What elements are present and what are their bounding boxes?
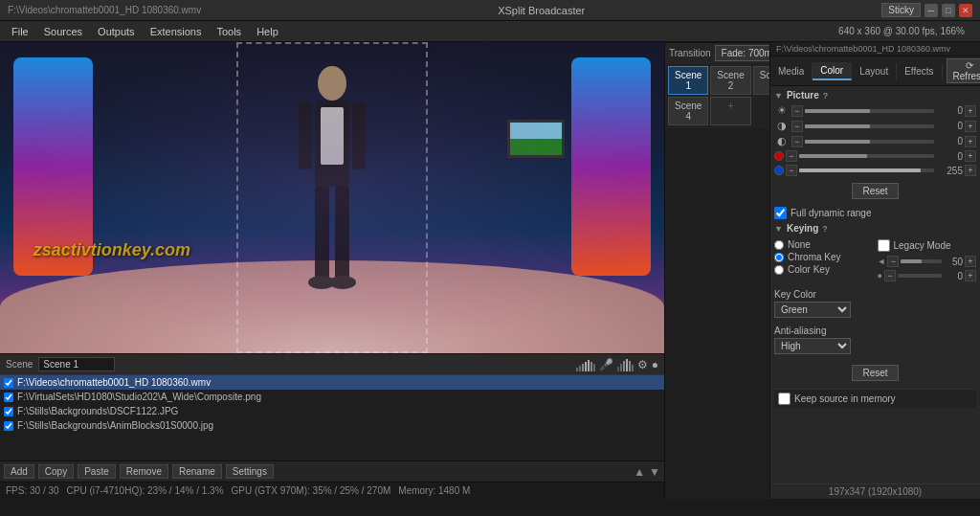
main-layout: zsactivtionkey.com Scene 🎤 xyxy=(0,42,980,499)
key-color-select[interactable]: Green Blue Custom xyxy=(774,302,851,318)
mic-icon[interactable]: 🎤 xyxy=(599,358,613,371)
source-checkbox-3[interactable] xyxy=(4,421,13,431)
file-path-label: F:\Videos\chromatteb0001_HD 1080360.wmv xyxy=(8,5,201,15)
close-button[interactable]: ✕ xyxy=(959,4,972,17)
keep-source-label: Keep source in memory xyxy=(794,393,896,404)
hue-slider[interactable] xyxy=(805,140,934,144)
red-plus[interactable]: + xyxy=(965,150,976,162)
hue-minus[interactable]: − xyxy=(791,136,803,147)
gpu-display: GPU (GTX 970M): 35% / 25% / 270M xyxy=(232,485,391,496)
blue-dot xyxy=(774,166,784,175)
left-panel: zsactivtionkey.com Scene 🎤 xyxy=(0,42,664,499)
legacy-mode-checkbox[interactable] xyxy=(878,239,890,252)
chroma-radio[interactable] xyxy=(774,253,784,262)
menu-help[interactable]: Help xyxy=(249,24,286,39)
hue-row: ◐ − 0 + xyxy=(774,135,976,147)
key-s2-plus[interactable]: + xyxy=(965,270,976,281)
chroma-radio-row: Chroma Key xyxy=(774,252,874,262)
source-item-2[interactable]: F:\Stills\Backgrounds\DSCF1122.JPG xyxy=(0,404,664,418)
scene-transition-panel: Transition Fade: 700ms ⚙ Scene 1 Scene 2… xyxy=(664,42,769,499)
source-item-3[interactable]: F:\Stills\Backgrounds\AnimBlocks01S0000.… xyxy=(0,418,664,433)
source-checkbox-2[interactable] xyxy=(4,407,13,416)
contrast-minus[interactable]: − xyxy=(791,121,803,132)
refresh-button[interactable]: ⟳ Refresh xyxy=(947,58,980,83)
settings-button[interactable]: Settings xyxy=(226,464,274,479)
blue-value: 255 xyxy=(936,166,963,176)
copy-button[interactable]: Copy xyxy=(38,464,74,479)
move-up-icon[interactable]: ▲ xyxy=(634,465,645,479)
collapse-icon[interactable]: ▼ xyxy=(774,91,783,101)
red-minus[interactable]: − xyxy=(786,150,797,162)
move-down-icon[interactable]: ▼ xyxy=(649,465,660,479)
blue-plus[interactable]: + xyxy=(965,165,976,176)
anti-aliasing-select[interactable]: High Medium Low None xyxy=(774,338,851,354)
scene-button-4[interactable]: Scene 4 xyxy=(668,97,708,125)
paste-button[interactable]: Paste xyxy=(78,464,116,479)
picture-reset-button[interactable]: Reset xyxy=(852,183,898,199)
picture-help-icon[interactable]: ? xyxy=(823,91,829,101)
add-button[interactable]: Add xyxy=(4,464,34,479)
key-slider-2[interactable] xyxy=(898,274,942,278)
statusbar: FPS: 30 / 30 CPU (i7-4710HQ): 23% / 14% … xyxy=(0,482,664,499)
brightness-slider[interactable] xyxy=(805,109,934,113)
scene-button-2[interactable]: Scene 2 xyxy=(710,66,750,95)
keying-slider-1-row: ◄ − 50 + xyxy=(878,256,977,267)
key-slider-1[interactable] xyxy=(901,259,942,263)
contrast-slider[interactable] xyxy=(805,124,934,128)
none-radio[interactable] xyxy=(774,240,784,250)
keep-source-checkbox[interactable] xyxy=(778,393,791,405)
keying-help-icon[interactable]: ? xyxy=(822,224,828,234)
key-slider1-val: 50 xyxy=(944,257,963,267)
contrast-plus[interactable]: + xyxy=(965,121,976,132)
blue-minus[interactable]: − xyxy=(786,165,797,176)
menu-outputs[interactable]: Outputs xyxy=(90,24,143,39)
source-checkbox-0[interactable] xyxy=(4,378,13,388)
maximize-button[interactable]: □ xyxy=(942,4,955,17)
scene-name-input[interactable] xyxy=(38,357,115,371)
source-checkbox-1[interactable] xyxy=(4,393,13,402)
menu-sources[interactable]: Sources xyxy=(36,24,90,39)
menu-tools[interactable]: Tools xyxy=(209,24,249,39)
hue-plus[interactable]: + xyxy=(965,136,976,147)
sticky-button[interactable]: Sticky xyxy=(881,3,921,17)
keying-collapse-icon[interactable]: ▼ xyxy=(774,224,783,234)
menu-extensions[interactable]: Extensions xyxy=(143,24,210,39)
settings-icon[interactable]: ⚙ xyxy=(637,358,648,371)
svg-rect-2 xyxy=(321,107,344,165)
remove-button[interactable]: Remove xyxy=(120,464,168,479)
resolution-info: 640 x 360 @ 30.00 fps, 166% xyxy=(827,26,976,36)
key-s2-minus[interactable]: − xyxy=(884,270,896,281)
video-canvas: zsactivtionkey.com xyxy=(0,42,664,353)
blue-slider[interactable] xyxy=(799,168,934,172)
right-file-name: F:\Videos\chromatteb0001_HD 1080360.wmv xyxy=(770,42,980,56)
crop-box[interactable] xyxy=(236,42,428,353)
scene-button-1[interactable]: Scene 1 xyxy=(668,66,708,95)
color-key-radio[interactable] xyxy=(774,265,784,275)
audio-bars-icon[interactable] xyxy=(617,358,634,371)
tab-media[interactable]: Media xyxy=(770,63,813,79)
source-item-1[interactable]: F:\VirtualSets\HD1080\Studio202\A_Wide\C… xyxy=(0,390,664,404)
scene-add-button[interactable]: + xyxy=(710,97,750,125)
tab-effects[interactable]: Effects xyxy=(897,63,942,79)
rename-button[interactable]: Rename xyxy=(172,464,222,479)
keying-reset-button[interactable]: Reset xyxy=(852,365,898,381)
legacy-mode-row: Legacy Mode xyxy=(878,239,977,252)
tab-layout[interactable]: Layout xyxy=(852,63,897,79)
volume-bars-icon[interactable] xyxy=(576,358,595,371)
keying-slider1-icon: ◄ xyxy=(878,257,886,266)
record-icon[interactable]: ● xyxy=(652,358,658,371)
red-slider[interactable] xyxy=(799,154,934,158)
tab-color[interactable]: Color xyxy=(813,62,852,80)
minimize-button[interactable]: ─ xyxy=(924,4,938,17)
key-s1-plus[interactable]: + xyxy=(965,256,976,267)
brightness-plus[interactable]: + xyxy=(965,105,976,117)
picture-title: Picture xyxy=(787,90,819,101)
hue-icon: ◐ xyxy=(774,135,790,147)
full-dynamic-range-checkbox[interactable] xyxy=(774,207,787,219)
full-dynamic-range-label: Full dynamic range xyxy=(791,208,871,218)
brightness-minus[interactable]: − xyxy=(791,105,803,117)
menu-file[interactable]: File xyxy=(4,24,36,39)
tv-content xyxy=(510,123,562,155)
source-item-0[interactable]: F:\Videos\chromatteb0001_HD 1080360.wmv xyxy=(0,375,664,390)
key-s1-minus[interactable]: − xyxy=(887,256,899,267)
